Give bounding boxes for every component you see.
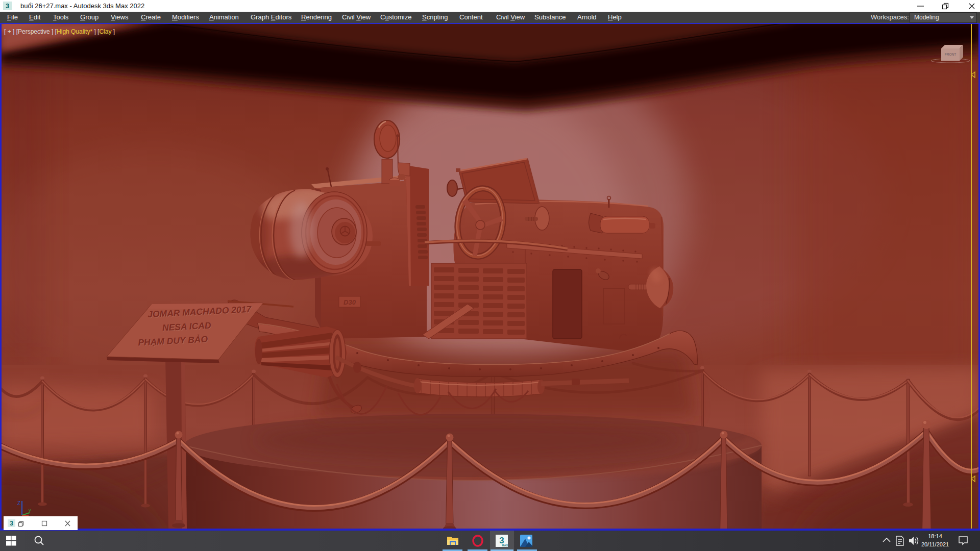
svg-text:MAX: MAX	[502, 544, 508, 547]
svg-text:D30: D30	[344, 298, 356, 306]
svg-text:3: 3	[6, 2, 9, 10]
svg-text:Z: Z	[17, 500, 20, 506]
svg-text:FRONT: FRONT	[945, 53, 956, 56]
svg-text:y: y	[29, 508, 31, 513]
svg-text:3: 3	[10, 520, 13, 527]
